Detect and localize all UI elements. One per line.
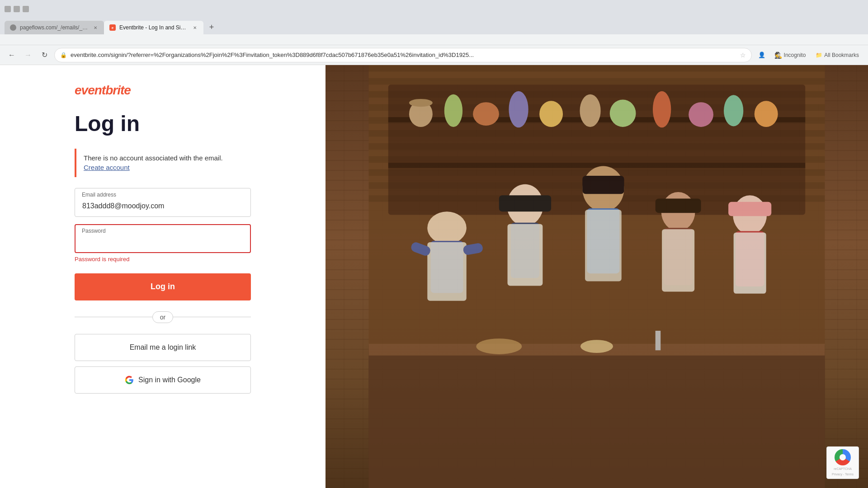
refresh-button[interactable]: ↻	[38, 49, 51, 61]
google-signin-label: Sign in with Google	[138, 376, 201, 384]
tab-bar: pageflows.com/_/emails/_/7fb5... ✕ e Eve…	[0, 18, 868, 34]
url-text: eventbrite.com/signin/?referrer=%2Forgan…	[71, 52, 736, 58]
svg-point-22	[610, 99, 636, 127]
error-message: There is no account associated with the …	[84, 154, 244, 162]
divider: or	[75, 311, 251, 323]
email-input[interactable]	[75, 188, 251, 217]
image-panel: Hungry Pop	[326, 65, 868, 488]
divider-text: or	[152, 311, 173, 323]
tab-eventbrite-label: Eventbrite - Log In and Sign In	[119, 24, 188, 31]
logo: eventbrite	[75, 83, 251, 98]
password-input-wrapper: Password	[75, 224, 251, 253]
incognito-label: Incognito	[784, 52, 806, 58]
close-button[interactable]	[23, 6, 29, 12]
divider-line-left	[75, 317, 152, 317]
svg-rect-45	[662, 229, 694, 291]
svg-rect-47	[728, 202, 771, 216]
svg-rect-43	[656, 198, 701, 213]
svg-rect-49	[734, 232, 766, 293]
browser-titlebar	[0, 0, 868, 18]
eventbrite-favicon: e	[109, 24, 116, 31]
tab-pageflows-label: pageflows.com/_/emails/_/7fb5...	[20, 24, 89, 31]
google-icon	[125, 375, 134, 385]
pageflows-favicon	[10, 24, 16, 31]
recaptcha-text: reCAPTCHA	[834, 467, 852, 471]
svg-rect-2	[369, 78, 825, 84]
svg-rect-41	[585, 210, 622, 282]
email-login-button[interactable]: Email me a login link	[75, 334, 251, 361]
minimize-button[interactable]	[5, 6, 11, 12]
create-account-link[interactable]: Create account	[84, 164, 130, 171]
lock-icon: 🔒	[60, 52, 67, 58]
forward-button[interactable]: →	[22, 49, 34, 61]
svg-point-29	[427, 211, 466, 244]
svg-point-21	[580, 94, 601, 127]
svg-rect-50	[369, 345, 825, 488]
toolbar-actions: 👤 🕵️ Incognito 📁 All Bookmarks	[755, 49, 863, 61]
tab-pageflows[interactable]: pageflows.com/_/emails/_/7fb5... ✕	[5, 21, 104, 34]
recaptcha-privacy-terms: Privacy - Terms	[832, 473, 854, 476]
svg-point-19	[509, 91, 528, 128]
svg-rect-39	[582, 176, 624, 194]
back-button[interactable]: ←	[5, 49, 18, 61]
svg-point-17	[444, 94, 462, 127]
maximize-button[interactable]	[14, 6, 20, 12]
password-input[interactable]	[75, 224, 251, 253]
error-banner: There is no account associated with the …	[75, 149, 251, 177]
email-input-wrapper: Email address	[75, 188, 251, 217]
browser-toolbar: ← → ↻ 🔒 eventbrite.com/signin/?referrer=…	[0, 45, 868, 65]
form-panel: eventbrite Log in There is no account as…	[0, 65, 326, 488]
password-error-text: Password is required	[75, 256, 251, 263]
incognito-badge: 🕵️ Incognito	[770, 50, 811, 61]
window-controls	[5, 6, 29, 12]
logo-text: eventbrite	[75, 83, 131, 97]
page-title: Log in	[75, 112, 251, 136]
email-field-group: Email address	[75, 188, 251, 217]
svg-rect-37	[508, 224, 543, 286]
svg-point-53	[580, 340, 613, 353]
svg-point-24	[689, 102, 713, 127]
bookmark-star-icon[interactable]: ☆	[740, 52, 746, 59]
divider-line-right	[173, 317, 251, 317]
email-login-label: Email me a login link	[130, 343, 196, 352]
svg-point-18	[473, 102, 499, 126]
svg-point-20	[539, 101, 563, 127]
new-tab-button[interactable]: +	[205, 21, 218, 33]
bookmark-folder-icon: 📁	[816, 52, 822, 58]
recaptcha-logo	[835, 449, 851, 465]
svg-point-25	[724, 95, 743, 126]
login-button[interactable]: Log in	[75, 273, 251, 300]
svg-point-26	[755, 101, 778, 127]
tab-eventbrite[interactable]: e Eventbrite - Log In and Sign In ✕	[104, 21, 203, 34]
svg-point-52	[476, 338, 522, 354]
google-signin-button[interactable]: Sign in with Google	[75, 366, 251, 394]
kitchen-scene	[326, 65, 868, 488]
incognito-icon: 🕵️	[774, 52, 782, 59]
address-bar[interactable]: 🔒 eventbrite.com/signin/?referrer=%2Forg…	[54, 48, 752, 62]
recaptcha-widget: reCAPTCHA Privacy - Terms	[826, 446, 859, 479]
password-field-group: Password Password is required	[75, 224, 251, 263]
bookmarks-label: All Bookmarks	[824, 52, 859, 58]
svg-rect-54	[656, 331, 661, 350]
svg-rect-35	[499, 195, 551, 211]
account-button[interactable]: 👤	[755, 49, 768, 61]
browser-chrome: pageflows.com/_/emails/_/7fb5... ✕ e Eve…	[0, 0, 868, 45]
svg-point-23	[653, 91, 671, 128]
page-content: eventbrite Log in There is no account as…	[0, 65, 868, 488]
tab-eventbrite-close[interactable]: ✕	[191, 24, 198, 31]
svg-rect-31	[427, 242, 466, 301]
tab-pageflows-close[interactable]: ✕	[92, 24, 99, 31]
svg-point-16	[409, 99, 433, 107]
svg-rect-1	[369, 65, 825, 71]
bookmarks-button[interactable]: 📁 All Bookmarks	[812, 50, 863, 60]
